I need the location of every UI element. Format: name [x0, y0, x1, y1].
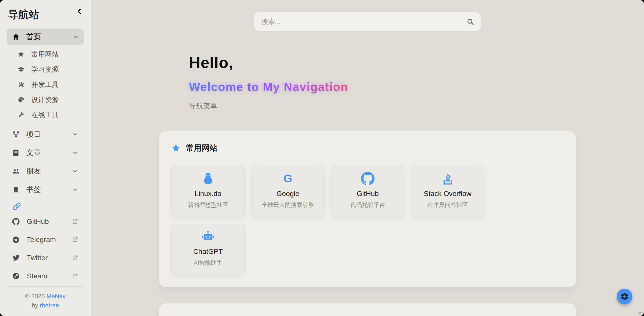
search-icon[interactable]	[467, 18, 474, 26]
sidebar-item-label: 朋友	[26, 166, 72, 176]
google-icon: G	[281, 172, 295, 186]
sidebar-subitem-在线工具[interactable]: 在线工具	[18, 107, 84, 123]
external-link-icon	[72, 237, 78, 243]
sidebar-subitem-设计资源[interactable]: 设计资源	[18, 92, 84, 107]
stackoverflow-icon	[441, 172, 455, 186]
social-link-telegram[interactable]: Telegram	[7, 231, 84, 249]
site-card-Google[interactable]: GGoogle全球最大的搜索引擎	[251, 165, 325, 216]
main-area: Hello, Welcome to My Navigation 导航菜单 常用网…	[91, 0, 644, 316]
site-card-title: Google	[277, 190, 299, 198]
sidebar-item-项目[interactable]: 项目	[7, 125, 84, 143]
social-link-steam[interactable]: Steam	[7, 267, 84, 285]
sidebar-subitem-学习资源[interactable]: 学习资源	[18, 62, 84, 77]
sidebar-nav: 首页常用网站学习资源开发工具设计资源在线工具项目文章朋友书签	[7, 29, 84, 199]
sidebar-item-label: 文章	[26, 148, 72, 158]
section-title: 常用网站	[186, 143, 217, 153]
social-link-label: Telegram	[27, 236, 72, 244]
sidebar-item-首页[interactable]: 首页	[7, 29, 84, 45]
chevron-down-icon[interactable]	[72, 168, 78, 174]
sidebar-subitem-开发工具[interactable]: 开发工具	[18, 77, 84, 92]
robot-icon	[201, 229, 215, 244]
search-bar	[254, 12, 481, 31]
linux-icon	[201, 172, 215, 186]
home-icon	[12, 33, 20, 41]
app-title: 导航站	[8, 8, 83, 21]
social-link-twitter[interactable]: Twitter	[7, 249, 84, 267]
sidebar-subitem-label: 在线工具	[31, 110, 59, 119]
sidebar-subitem-label: 学习资源	[31, 65, 59, 74]
section-header: 常用网站	[171, 143, 564, 153]
sidebar-item-书签[interactable]: 书签	[7, 180, 84, 199]
graduation-cap-icon	[18, 66, 24, 73]
diagram-icon	[12, 131, 20, 138]
site-card-title: Linux.do	[195, 190, 221, 198]
copyright-line: © 2025 MeNav	[7, 292, 84, 301]
chevron-down-icon[interactable]	[72, 150, 78, 156]
sidebar-item-label: 首页	[26, 32, 73, 42]
twitter-icon	[12, 254, 20, 262]
section-title: 学习资源	[186, 315, 217, 316]
social-link-label: Steam	[27, 272, 72, 280]
sidebar-footer: © 2025 MeNav by rbetree	[7, 286, 84, 310]
site-card-description: 程序员问答社区	[427, 201, 468, 209]
hero: Hello, Welcome to My Navigation 导航菜单	[159, 31, 576, 111]
sidebar-subitem-label: 常用网站	[31, 50, 59, 59]
chevron-down-icon[interactable]	[72, 187, 78, 193]
site-card-title: ChatGPT	[193, 248, 223, 256]
steam-icon	[12, 272, 20, 280]
search-input[interactable]	[261, 18, 467, 26]
site-card-description: 代码托管平台	[350, 201, 385, 209]
github-icon	[361, 172, 375, 186]
content: Hello, Welcome to My Navigation 导航菜单 常用网…	[159, 31, 576, 316]
social-link-github[interactable]: GitHub	[7, 212, 84, 231]
sidebar-subitem-label: 开发工具	[31, 80, 59, 89]
external-link-icon	[72, 255, 78, 261]
external-link-icon	[72, 273, 78, 279]
social-link-label: GitHub	[27, 217, 72, 226]
copyright-prefix: © 2025	[25, 293, 46, 300]
hero-tagline: 导航菜单	[189, 101, 576, 111]
telegram-icon	[12, 236, 20, 244]
section-header: 学习资源	[171, 315, 564, 316]
card-grid: Linux.do新的理想型社区GGoogle全球最大的搜索引擎GitHub代码托…	[171, 165, 564, 274]
external-link-icon	[72, 218, 78, 225]
chevron-up-icon[interactable]	[73, 34, 79, 40]
palette-icon	[18, 96, 24, 103]
wrench-icon	[18, 112, 24, 118]
users-icon	[12, 167, 20, 175]
hero-subtitle: Welcome to My Navigation	[189, 80, 348, 94]
book-icon	[12, 149, 20, 157]
site-card-GitHub[interactable]: GitHub代码托管平台	[331, 165, 404, 216]
link-icon	[12, 202, 21, 211]
chevron-left-icon[interactable]	[75, 7, 84, 16]
site-card-title: GitHub	[357, 190, 379, 198]
settings-fab-button[interactable]	[617, 289, 632, 304]
app-window: 导航站 首页常用网站学习资源开发工具设计资源在线工具项目文章朋友书签 GitHu…	[0, 0, 644, 316]
site-card-title: Stack Overflow	[424, 190, 471, 198]
chevron-down-icon[interactable]	[72, 131, 78, 137]
site-card-ChatGPT[interactable]: ChatGPTAI智能助手	[171, 223, 245, 274]
site-card-description: AI智能助手	[194, 259, 222, 267]
bookmark-icon	[12, 186, 20, 193]
section-常用网站: 常用网站Linux.do新的理想型社区GGoogle全球最大的搜索引擎GitHu…	[159, 131, 576, 287]
site-card-Stack Overflow[interactable]: Stack Overflow程序员问答社区	[411, 165, 484, 216]
author-link[interactable]: rbetree	[40, 302, 59, 309]
sidebar: 导航站 首页常用网站学习资源开发工具设计资源在线工具项目文章朋友书签 GitHu…	[0, 0, 91, 316]
sidebar-social-links: GitHubTelegramTwitterSteam	[7, 212, 84, 285]
corner-resize-triangle	[637, 312, 643, 315]
sidebar-item-朋友[interactable]: 朋友	[7, 162, 84, 180]
sidebar-item-文章[interactable]: 文章	[7, 143, 84, 162]
brand-link[interactable]: MeNav	[47, 293, 66, 300]
github-icon	[12, 218, 20, 225]
tools-icon	[18, 81, 24, 88]
site-card-Linux.do[interactable]: Linux.do新的理想型社区	[171, 165, 245, 216]
site-card-description: 全球最大的搜索引擎	[262, 201, 314, 209]
star-icon	[171, 143, 180, 153]
sidebar-subitem-常用网站[interactable]: 常用网站	[18, 47, 84, 62]
section-学习资源: 学习资源哔哩哔哩?知乎掘金LeetCode	[159, 303, 576, 316]
sidebar-item-label: 书签	[26, 185, 72, 195]
sidebar-header: 导航站	[7, 7, 84, 21]
sidebar-subitem-label: 设计资源	[31, 95, 59, 104]
gear-icon	[620, 292, 629, 301]
social-link-label: Twitter	[27, 254, 72, 262]
